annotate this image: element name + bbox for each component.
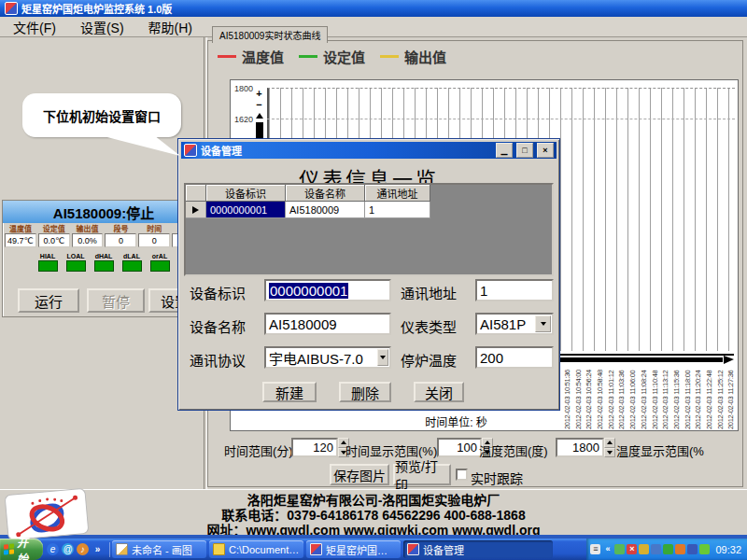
step-up-icon[interactable] — [604, 438, 615, 448]
system-tray: 09:32 ≡«× — [586, 539, 747, 560]
comm-address-input[interactable]: 1 — [475, 279, 554, 301]
dialog-titlebar[interactable]: 设备管理 ▁ □ × — [181, 142, 557, 159]
stop-temp-input[interactable]: 200 — [475, 346, 554, 369]
row-selector-header — [186, 185, 206, 202]
time-range-stepper[interactable]: 120 — [291, 438, 349, 457]
close-window-button[interactable]: × — [537, 143, 554, 158]
step-down-icon[interactable] — [604, 448, 615, 458]
device-manager-dialog: 设备管理 ▁ □ × 仪表信息一览 设备标识 设备名称 通讯地址 0000000… — [177, 138, 560, 411]
column-header[interactable]: 通讯地址 — [365, 185, 430, 202]
app-titlebar[interactable]: 矩星窑炉国炬电炉监控系统 1.0版 — [0, 0, 747, 17]
comm-address-label: 通讯地址 — [401, 283, 457, 302]
close-button[interactable]: 关闭 — [414, 382, 464, 402]
temp-display-range-label: 温度显示范围(% — [616, 441, 704, 459]
alarm-lamp — [94, 260, 114, 272]
device-name-input[interactable]: AI5180009 — [264, 313, 391, 335]
save-image-button[interactable]: 保存图片 — [330, 464, 389, 485]
taskbar-separator — [109, 542, 110, 557]
scroll-right-icon[interactable] — [724, 356, 734, 364]
device-id-input[interactable]: 0000000001 — [264, 279, 391, 301]
stop-temp-label: 停炉温度 — [401, 350, 457, 370]
menu-file[interactable]: 文件(F) — [13, 18, 56, 36]
task-device-manager[interactable]: 设备管理 — [403, 540, 553, 558]
cell-comm-address[interactable]: 1 — [365, 202, 430, 218]
chevron-down-icon[interactable] — [377, 349, 388, 366]
app-title: 矩星窑炉国炬电炉监控系统 1.0版 — [21, 1, 172, 16]
gridline — [267, 119, 735, 119]
dialog-window-icon — [184, 144, 197, 157]
column-header[interactable]: 设备标识 — [206, 185, 286, 202]
app-window-icon — [5, 2, 18, 15]
scroll-up-icon[interactable] — [256, 113, 263, 119]
temp-range-label: 温度范围(度) — [479, 441, 548, 459]
temp-range-stepper[interactable]: 1800 — [556, 438, 615, 457]
zoom-out-icon[interactable]: − — [256, 99, 261, 110]
alarm-lamp — [122, 260, 142, 272]
device-table[interactable]: 设备标识 设备名称 通讯地址 0000000001 AI5180009 1 — [184, 183, 554, 276]
language-bar-icon[interactable]: ≡ — [590, 544, 600, 554]
run-button[interactable]: 运行 — [18, 288, 79, 313]
more-chevron-icon[interactable]: » — [92, 543, 104, 555]
zoom-in-icon[interactable]: + — [256, 88, 261, 99]
task-explorer[interactable]: C:\Documents and Se... — [209, 540, 303, 558]
chevron-down-icon[interactable] — [535, 315, 551, 332]
callout-bubble: 下位机初始设置窗口 — [22, 93, 181, 137]
cell-device-id[interactable]: 0000000001 — [206, 202, 286, 218]
app-icon — [407, 543, 419, 555]
disk-tool-icon[interactable] — [687, 544, 698, 554]
time-range-value[interactable]: 120 — [291, 438, 338, 457]
minimize-button[interactable]: ▁ — [496, 143, 513, 158]
row-selector-cell[interactable] — [186, 202, 206, 218]
start-button[interactable]: 开始 — [0, 539, 43, 560]
media-player-icon[interactable]: ♪ — [77, 543, 89, 555]
realtime-track-label: 实时跟踪 — [471, 469, 523, 487]
realtime-track-checkbox[interactable] — [456, 469, 468, 481]
alarm-dhal: dHAL — [94, 253, 114, 272]
desktop: 矩星窑炉国炬电炉监控系统 1.0版 文件(F) 设置(S) 帮助(H) AI51… — [0, 0, 747, 560]
contact-phone: 联系电话：0379-64186178 64562296 400-688-1868 — [221, 508, 525, 523]
maximize-button[interactable]: □ — [516, 143, 533, 158]
menu-bar: 文件(F) 设置(S) 帮助(H) — [0, 17, 747, 37]
meter-type-label: 仪表类型 — [401, 316, 457, 336]
network-status-icon[interactable] — [639, 544, 649, 554]
menu-help[interactable]: 帮助(H) — [148, 18, 192, 36]
time-range-label: 时间范围(分) — [224, 441, 293, 459]
table-row[interactable]: 0000000001 AI5180009 1 — [186, 202, 552, 218]
device-name-label: 设备名称 — [190, 316, 246, 336]
meter-type-select[interactable]: AI581P — [475, 313, 554, 335]
cell-device-name[interactable]: AI5180009 — [286, 202, 365, 218]
safety-status-icon[interactable] — [663, 544, 673, 554]
time-display-range-value[interactable]: 100 — [437, 438, 482, 457]
collapse-chevron-icon[interactable]: « — [602, 544, 613, 554]
field-output: 输出值 0.0% — [72, 225, 104, 247]
preview-print-button[interactable]: 预览/打印 — [393, 464, 451, 485]
temperature-line-swatch — [218, 55, 236, 58]
footer: 洛阳炬星窑炉有限公司-洛阳国炬实验电炉厂 联系电话：0379-64186178 … — [0, 489, 747, 535]
tab-realtime-curve[interactable]: AI5180009实时状态曲线 — [212, 26, 328, 43]
task-paint[interactable]: 未命名 - 画图 — [112, 540, 206, 558]
menu-settings[interactable]: 设置(S) — [80, 18, 124, 36]
device-id-label: 设备标识 — [190, 283, 246, 302]
outlook-icon[interactable]: @ — [62, 543, 74, 555]
volume-muted-icon[interactable]: × — [627, 544, 637, 554]
output-line-swatch — [380, 55, 399, 58]
taskbar-clock[interactable]: 09:32 — [715, 544, 741, 555]
dialog-title: 设备管理 — [201, 143, 492, 158]
delete-button[interactable]: 删除 — [339, 382, 391, 402]
update-icon[interactable] — [675, 544, 685, 554]
alarm-indicators: HIAL LOAL dHAL dLAL orAL — [3, 253, 204, 272]
pause-button[interactable]: 暂停 — [87, 288, 145, 313]
signal-strength-icon[interactable] — [651, 544, 661, 554]
new-button[interactable]: 新建 — [262, 382, 317, 402]
task-monitor-app[interactable]: 矩星窑炉国炬电炉监... — [306, 540, 401, 558]
internet-explorer-icon[interactable]: e — [47, 543, 59, 555]
chart-legend: 温度值 设定值 输出值 — [218, 47, 446, 66]
protocol-select[interactable]: 宇电AIBUS-7.0 — [264, 346, 391, 369]
temp-range-value[interactable]: 1800 — [556, 438, 604, 457]
optimizer-icon[interactable] — [699, 544, 710, 554]
app-icon — [310, 543, 322, 555]
legend-temperature: 温度值 — [218, 47, 284, 66]
column-header[interactable]: 设备名称 — [286, 185, 365, 202]
antivirus-icon[interactable] — [614, 544, 625, 554]
windows-flag-icon — [4, 543, 14, 554]
